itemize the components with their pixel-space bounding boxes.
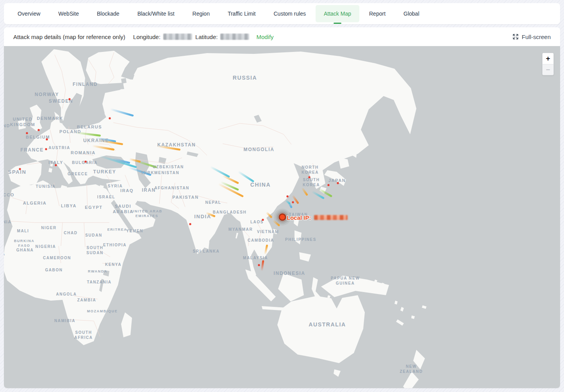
attack-source-dot (262, 219, 264, 221)
attack-source-dot (69, 98, 71, 100)
attack-source-dot (328, 184, 330, 186)
modify-link[interactable]: Modify (256, 34, 273, 40)
attack-source-dot (189, 223, 191, 225)
local-ip-value-blurred (314, 215, 348, 220)
tab-black-white-list[interactable]: Black/White list (129, 5, 183, 22)
map-zoom-control: + − (542, 53, 554, 75)
attack-source-dot (45, 148, 47, 150)
attack-source-dot (337, 182, 339, 184)
zoom-in-button[interactable]: + (543, 53, 553, 64)
content-card: Attack map details (map for reference on… (4, 27, 560, 388)
local-ip-marker[interactable] (280, 215, 285, 220)
attack-source-dot (26, 132, 28, 134)
attack-source-dot (309, 176, 311, 178)
tab-attack-map[interactable]: Attack Map (316, 5, 359, 22)
longitude-value-blurred (163, 34, 192, 40)
tab-website[interactable]: WebSite (50, 5, 87, 22)
attack-source-dot (46, 139, 48, 141)
latitude-value-blurred (220, 34, 249, 40)
latitude-label: Latitude: (195, 34, 218, 40)
attack-source-dot (292, 201, 294, 203)
map-stage[interactable]: RUSSIAFINLANDNORWAYSWEDENDENMARKUNITED K… (4, 46, 560, 388)
attack-source-dot (109, 118, 111, 119)
page-title: Attack map details (map for reference on… (13, 34, 125, 40)
tab-global[interactable]: Global (395, 5, 427, 22)
map-toolbar: Attack map details (map for reference on… (4, 27, 560, 46)
zoom-out-button[interactable]: − (543, 64, 553, 75)
attack-map-page: OverviewWebSiteBlockadeBlack/White listR… (0, 0, 564, 392)
coordinates-group: Longitude: Latitude: Modify (133, 34, 274, 40)
attack-source-dot (38, 129, 40, 131)
local-ip-label-group: Local IP: (287, 214, 348, 221)
attack-source-dot (287, 196, 289, 198)
tab-custom-rules[interactable]: Custom rules (266, 5, 314, 22)
attack-source-dot (55, 164, 57, 166)
attack-source-dot (19, 168, 21, 170)
local-ip-label: Local IP: (287, 214, 311, 221)
tab-report[interactable]: Report (361, 5, 394, 22)
fullscreen-button[interactable]: Full-screen (512, 34, 551, 40)
longitude-label: Longitude: (133, 34, 161, 40)
tab-blockade[interactable]: Blockade (89, 5, 128, 22)
nav-tab-bar: OverviewWebSiteBlockadeBlack/White listR… (4, 3, 560, 24)
attack-source-dot (85, 161, 87, 163)
tab-overview[interactable]: Overview (9, 5, 48, 22)
tab-traffic-limit[interactable]: Traffic Limit (220, 5, 264, 22)
fullscreen-icon (512, 34, 519, 40)
attack-source-dot (258, 264, 260, 266)
tab-region[interactable]: Region (184, 5, 218, 22)
fullscreen-label: Full-screen (522, 34, 551, 40)
